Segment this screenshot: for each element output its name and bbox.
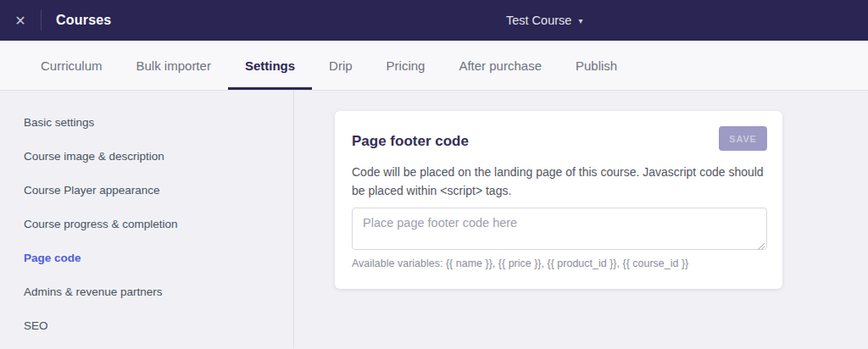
tab-curriculum[interactable]: Curriculum xyxy=(24,41,120,90)
course-tabs: Curriculum Bulk importer Settings Drip P… xyxy=(0,41,868,91)
tab-pricing[interactable]: Pricing xyxy=(370,41,442,90)
footer-code-field-wrap xyxy=(352,208,767,253)
close-icon: ✕ xyxy=(14,13,25,29)
course-selector-dropdown[interactable]: Test Course ▾ xyxy=(506,0,582,41)
tab-after-purchase[interactable]: After purchase xyxy=(442,41,559,90)
course-selector-label: Test Course xyxy=(506,14,571,27)
page-title: Courses xyxy=(56,13,111,28)
save-button[interactable]: SAVE xyxy=(719,126,767,151)
sidebar-item-course-progress-completion[interactable]: Course progress & completion xyxy=(0,207,293,241)
footer-code-textarea[interactable] xyxy=(352,208,767,250)
card-title: Page footer code xyxy=(352,126,469,150)
sidebar-item-basic-settings[interactable]: Basic settings xyxy=(0,105,293,139)
sidebar-item-course-player-appearance[interactable]: Course Player appearance xyxy=(0,173,293,207)
page-footer-code-card: Page footer code SAVE Code will be place… xyxy=(335,111,782,289)
available-variables-helper: Available variables: {{ name }}, {{ pric… xyxy=(352,258,767,269)
sidebar-item-seo[interactable]: SEO xyxy=(0,308,293,342)
header-divider xyxy=(41,10,42,30)
caret-down-icon: ▾ xyxy=(578,16,582,25)
card-header: Page footer code SAVE xyxy=(352,126,767,151)
close-button[interactable]: ✕ xyxy=(0,0,41,41)
sidebar-item-admins-revenue-partners[interactable]: Admins & revenue partners xyxy=(0,274,293,308)
top-header-bar: ✕ Courses Test Course ▾ xyxy=(0,0,868,41)
content-area: Basic settings Course image & descriptio… xyxy=(0,91,868,348)
main-panel: Page footer code SAVE Code will be place… xyxy=(294,91,868,348)
sidebar-item-course-image-description[interactable]: Course image & description xyxy=(0,139,293,173)
settings-sidebar: Basic settings Course image & descriptio… xyxy=(0,91,294,348)
sidebar-item-page-code[interactable]: Page code xyxy=(0,241,293,274)
tab-publish[interactable]: Publish xyxy=(559,41,634,90)
tab-settings[interactable]: Settings xyxy=(228,41,312,90)
tab-bulk-importer[interactable]: Bulk importer xyxy=(120,41,228,90)
tab-drip[interactable]: Drip xyxy=(312,41,370,90)
card-description: Code will be placed on the landing page … xyxy=(352,163,767,200)
